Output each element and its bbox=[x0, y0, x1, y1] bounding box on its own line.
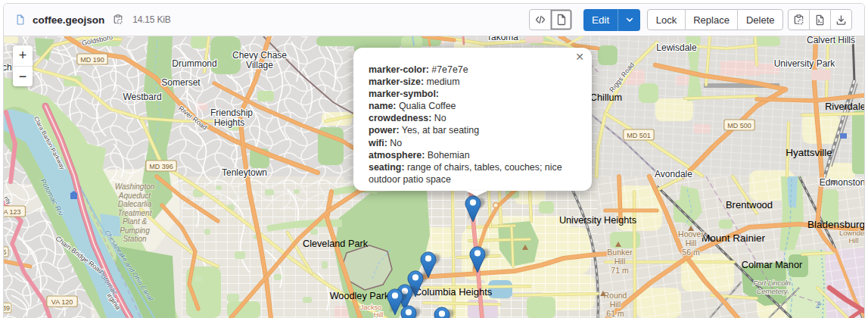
svg-text:Tenleytown: Tenleytown bbox=[222, 167, 267, 178]
svg-text:56 m: 56 m bbox=[682, 248, 700, 257]
svg-text:Hill: Hill bbox=[610, 300, 621, 309]
svg-text:Colmar Manor: Colmar Manor bbox=[742, 260, 803, 270]
svg-text:Hill: Hill bbox=[848, 236, 858, 245]
svg-text:Mount Rainier: Mount Rainier bbox=[702, 232, 766, 244]
svg-text:Brentwood: Brentwood bbox=[726, 199, 773, 210]
svg-text:61 m: 61 m bbox=[606, 309, 624, 318]
svg-text:Hill: Hill bbox=[614, 257, 626, 266]
svg-text:Hill: Hill bbox=[374, 311, 384, 318]
svg-text:Station: Station bbox=[123, 235, 147, 243]
svg-text:Hill: Hill bbox=[686, 238, 697, 248]
svg-text:A 123: A 123 bbox=[4, 208, 21, 216]
svg-text:Village: Village bbox=[246, 60, 273, 70]
svg-text:Treatment: Treatment bbox=[118, 209, 153, 217]
svg-text:Friendship: Friendship bbox=[210, 108, 253, 118]
svg-text:Chevy Chase: Chevy Chase bbox=[232, 50, 287, 61]
svg-text:Riverdale: Riverdale bbox=[825, 101, 864, 112]
svg-text:Takoma: Takoma bbox=[487, 36, 518, 42]
svg-text:Heights: Heights bbox=[214, 117, 245, 128]
svg-text:Westbard: Westbard bbox=[123, 92, 161, 102]
svg-text:Lewisdale: Lewisdale bbox=[656, 42, 697, 53]
svg-text:University Heights: University Heights bbox=[559, 215, 636, 226]
svg-text:MD 501: MD 501 bbox=[627, 132, 651, 139]
svg-text:Avondale: Avondale bbox=[655, 169, 692, 179]
svg-text:Calvert Hills: Calvert Hills bbox=[807, 36, 855, 45]
svg-text:Chillum: Chillum bbox=[590, 92, 622, 103]
svg-text:MD 396: MD 396 bbox=[149, 163, 173, 170]
svg-text:Woodley Park: Woodley Park bbox=[330, 291, 390, 301]
svg-text:VA 120: VA 120 bbox=[51, 298, 73, 306]
svg-text:Edmonston: Edmonston bbox=[820, 177, 864, 188]
svg-text:Pumping: Pumping bbox=[120, 226, 150, 235]
svg-text:71 m: 71 m bbox=[611, 266, 629, 275]
svg-text:Somerset: Somerset bbox=[161, 77, 201, 88]
svg-text:ch: ch bbox=[4, 62, 12, 73]
svg-text:Drummond: Drummond bbox=[172, 58, 216, 69]
svg-text:39: 39 bbox=[4, 304, 10, 312]
svg-text:Hyattsville: Hyattsville bbox=[786, 147, 832, 158]
svg-text:University Park: University Park bbox=[774, 58, 836, 69]
svg-text:Fort Lincoln: Fort Lincoln bbox=[753, 279, 791, 287]
svg-text:Washington: Washington bbox=[115, 182, 155, 191]
svg-text:MD 190: MD 190 bbox=[80, 56, 104, 64]
svg-text:Cemetery: Cemetery bbox=[756, 287, 788, 295]
svg-text:Dalecarlia: Dalecarlia bbox=[118, 200, 152, 208]
svg-text:Plant &: Plant & bbox=[123, 217, 148, 226]
svg-text:Bunker: Bunker bbox=[607, 248, 633, 257]
svg-text:Round: Round bbox=[604, 291, 627, 300]
svg-text:Cleveland Park: Cleveland Park bbox=[303, 238, 369, 249]
svg-text:Jackso: Jackso bbox=[360, 304, 381, 311]
svg-text:5: 5 bbox=[4, 248, 7, 256]
svg-text:MD 500: MD 500 bbox=[727, 122, 751, 129]
svg-text:Columbia Heights: Columbia Heights bbox=[415, 286, 493, 298]
svg-text:Aqueduct: Aqueduct bbox=[118, 192, 151, 200]
